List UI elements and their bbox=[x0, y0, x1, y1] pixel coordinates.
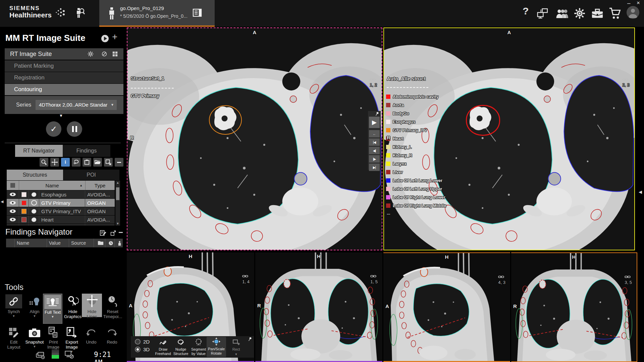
legend-item[interactable]: Lobe Of Right Lung Lower bbox=[386, 193, 446, 201]
select-all-checkbox[interactable] bbox=[7, 181, 19, 190]
legend-item[interactable]: Liver bbox=[386, 168, 446, 176]
structure-row[interactable]: Heart AVOIDA... bbox=[7, 216, 115, 224]
tool-export-image[interactable]: Export Image ▼ bbox=[61, 326, 82, 353]
contour-lasso-icon[interactable] bbox=[72, 158, 80, 167]
tool-align[interactable]: Align ▼ bbox=[24, 294, 45, 318]
structure-row[interactable]: Esophagus AVOIDA... bbox=[7, 190, 115, 198]
legend-item[interactable]: Aorta bbox=[386, 101, 446, 109]
structure-color-cell[interactable] bbox=[19, 207, 29, 215]
viewport-axial-reference[interactable]: A R Auto_Alle struct Abdominopelvic cavi… bbox=[383, 27, 635, 250]
patient-search-icon[interactable] bbox=[74, 7, 85, 19]
tool-redo[interactable]: Redo bbox=[102, 326, 122, 345]
open-folder-icon[interactable] bbox=[93, 158, 102, 167]
layout-grid-icon[interactable] bbox=[112, 51, 118, 57]
visibility-eye-icon[interactable] bbox=[7, 190, 19, 198]
tool-snapshot[interactable]: Snapshot ▼ bbox=[24, 326, 45, 348]
job-queue-icon[interactable] bbox=[36, 351, 46, 359]
structure-row[interactable]: Kidney_L AVOIDA bbox=[7, 224, 115, 226]
structure-tab[interactable]: Structures bbox=[7, 170, 63, 180]
export-state-icon[interactable] bbox=[104, 158, 113, 167]
settings-gear-icon[interactable] bbox=[574, 7, 586, 19]
briefcase-icon[interactable] bbox=[591, 7, 604, 19]
expand-right-panel-icon[interactable]: ◀ bbox=[639, 189, 642, 194]
add-icon[interactable]: + bbox=[112, 32, 117, 42]
tool-edit-layout[interactable]: Edit Layout bbox=[3, 326, 24, 350]
zoom-add-icon[interactable] bbox=[40, 158, 48, 167]
info-icon[interactable]: i bbox=[61, 158, 70, 167]
tool-reset-timepoint[interactable]: Reset Timepoi... bbox=[102, 294, 123, 319]
move-target-icon[interactable] bbox=[50, 158, 59, 167]
workstations-icon[interactable] bbox=[537, 7, 549, 19]
legend-item[interactable]: Kidney_L bbox=[386, 143, 446, 151]
structure-color-cell[interactable] bbox=[19, 216, 29, 224]
workflow-step[interactable]: Contouring bbox=[5, 84, 123, 95]
minimize-section-icon[interactable] bbox=[115, 158, 123, 167]
visibility-eye-icon[interactable] bbox=[7, 216, 19, 224]
navigator-tab[interactable]: RT Navigator bbox=[15, 145, 63, 157]
findings-clock-icon[interactable] bbox=[105, 239, 115, 247]
pin-icon[interactable] bbox=[375, 111, 380, 117]
tool-draw-freehand[interactable]: Draw Freehand bbox=[154, 338, 172, 356]
tool-synch[interactable]: Synch ▼ bbox=[3, 294, 24, 318]
cine-step-button[interactable]: ▶| bbox=[369, 164, 380, 171]
patient-tab[interactable]: go.Open_Pro_0129 * 5/26/2020 Ō go.Open_P… bbox=[99, 0, 215, 27]
findings-person-icon[interactable] bbox=[115, 239, 122, 247]
legend-item[interactable]: Kidney_R bbox=[386, 151, 446, 160]
network-status-icon[interactable] bbox=[64, 350, 74, 359]
user-avatar[interactable] bbox=[627, 6, 639, 19]
cine-step-button[interactable]: |◀ bbox=[369, 138, 380, 146]
legend-item[interactable]: Heart bbox=[386, 134, 446, 143]
tool-rect[interactable]: Rect ▼ bbox=[227, 338, 245, 356]
cine-step-button[interactable]: ← bbox=[369, 130, 380, 137]
legend-item[interactable]: Esophagus bbox=[386, 118, 446, 126]
structure-contour-icon[interactable] bbox=[29, 190, 39, 198]
column-name[interactable]: Name ▲ bbox=[19, 181, 86, 190]
series-layout-icon[interactable] bbox=[192, 7, 203, 18]
tool-undo[interactable]: Undo bbox=[81, 326, 102, 345]
column-type[interactable]: Type bbox=[86, 181, 115, 190]
cine-step-button[interactable]: |▶ bbox=[369, 155, 380, 163]
pin-icon[interactable] bbox=[248, 337, 253, 342]
structure-contour-icon[interactable] bbox=[29, 207, 39, 215]
mode-2d-option[interactable]: 2D bbox=[135, 339, 150, 345]
legend-item[interactable]: GTV Primary_ITV bbox=[386, 126, 446, 134]
viewport-coronal-1[interactable]: H R 1, 5 bbox=[255, 252, 382, 362]
open-external-icon[interactable] bbox=[110, 230, 116, 236]
viewport-coronal-2[interactable]: H R 3, 5 bbox=[511, 252, 637, 362]
shopping-cart-icon[interactable] bbox=[608, 7, 621, 20]
structures-scrollbar[interactable]: ▲ ▼ bbox=[115, 181, 120, 226]
clipboard-icon[interactable] bbox=[83, 158, 91, 167]
legend-item[interactable]: Lobe Of Right Lung Middle bbox=[386, 201, 446, 210]
viewport-axial-current[interactable]: A R StructureSet_1 GTV Primary 1, 2 bbox=[127, 27, 382, 250]
close-button[interactable]: × bbox=[637, 0, 640, 6]
tool-nudge-structure[interactable]: Nudge Structure bbox=[172, 338, 190, 356]
workflow-header[interactable]: RT Image Suite bbox=[5, 48, 123, 60]
minimize-findings-icon[interactable] bbox=[119, 232, 123, 233]
sync-disabled-icon[interactable] bbox=[101, 51, 107, 57]
legend-item[interactable]: Abdominopelvic cavity bbox=[386, 93, 446, 101]
legend-more[interactable]: ... bbox=[387, 211, 390, 216]
storage-status-indicator[interactable] bbox=[52, 349, 59, 359]
structure-row[interactable]: GTV Primary_ITV ORGAN bbox=[7, 207, 115, 215]
tool-hide-lines[interactable]: Hide Lines bbox=[82, 294, 102, 317]
structure-tab[interactable]: POI bbox=[63, 170, 119, 180]
findings-column-source[interactable]: Source bbox=[69, 239, 94, 247]
visibility-eye-icon[interactable] bbox=[7, 207, 19, 215]
workflow-step[interactable]: Patient Marking bbox=[5, 60, 123, 72]
workflow-run-icon[interactable] bbox=[101, 34, 109, 43]
help-icon[interactable]: ? bbox=[523, 5, 529, 17]
legend-item[interactable]: Lobe Of Left Lung Lower bbox=[386, 176, 446, 185]
edit-note-icon[interactable] bbox=[99, 229, 107, 237]
collapse-panel-icon[interactable]: ▼ bbox=[59, 113, 63, 118]
accept-button[interactable]: ✓ bbox=[46, 121, 61, 137]
tool-segment-by-value[interactable]: Segment by Value bbox=[190, 338, 208, 356]
workflow-step[interactable]: Registration bbox=[5, 72, 123, 83]
minimize-button[interactable]: – bbox=[627, 1, 630, 6]
viewport-sagittal-2[interactable]: H A 4, 3 bbox=[383, 252, 510, 362]
series-dropdown[interactable]: 4DThorax 2,00..ARDe Standar ▼ bbox=[36, 100, 117, 110]
legend-item[interactable]: Lobe Of Left Lung Upper bbox=[386, 185, 446, 193]
findings-column-value[interactable]: Value bbox=[47, 239, 69, 247]
legend-item[interactable]: BodyGo bbox=[386, 109, 446, 118]
findings-column-name[interactable]: Name bbox=[15, 239, 47, 247]
play-button[interactable]: ▶ bbox=[369, 117, 380, 128]
